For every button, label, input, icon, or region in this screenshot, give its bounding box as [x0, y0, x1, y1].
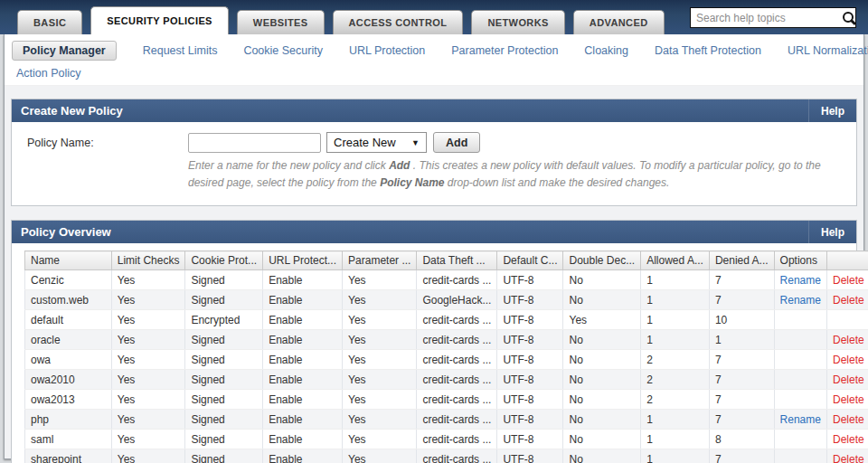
cell-cookie-protection: Signed: [185, 330, 263, 350]
create-new-policy-body: Policy Name: Create New ▼ Add Enter a na…: [12, 122, 856, 205]
tab-websites[interactable]: WEBSITES: [237, 10, 325, 34]
cell-delete: Delete: [826, 290, 868, 310]
cell-data-theft: credit-cards ...: [417, 430, 497, 449]
subnav-item-policy-manager[interactable]: Policy Manager: [12, 41, 117, 61]
subnav-item-parameter-protection[interactable]: Parameter Protection: [451, 44, 558, 57]
cell-denied: 1: [709, 330, 774, 350]
delete-link[interactable]: Delete: [833, 354, 864, 366]
cell-cookie-protection: Encrypted: [185, 310, 263, 330]
subnav-item-action-policy[interactable]: Action Policy: [16, 67, 81, 80]
cell-limit-checks: Yes: [111, 430, 185, 449]
tab-strip: BASICSECURITY POLICIESWEBSITESACCESS CON…: [17, 6, 673, 34]
cell-double-decode: No: [563, 390, 641, 410]
tab-access-control[interactable]: ACCESS CONTROL: [333, 10, 464, 34]
tab-security-policies[interactable]: SECURITY POLICIES: [90, 6, 229, 34]
delete-link[interactable]: Delete: [833, 413, 864, 426]
table-row-default: defaultYesEncryptedEnableYescredit-cards…: [25, 310, 868, 330]
cell-parameter-protection: Yes: [343, 330, 417, 350]
helper-text: drop-down list and make the desired chan…: [445, 176, 670, 189]
subnav-row-2: Action Policy: [12, 67, 856, 80]
delete-link[interactable]: Delete: [833, 393, 864, 406]
table-row-custom-web: custom.webYesSignedEnableYesGoogleHack..…: [25, 290, 868, 310]
table-row-php: phpYesSignedEnableYescredit-cards ...UTF…: [25, 410, 868, 430]
cell-url-protection: Enable: [263, 410, 343, 430]
cell-options: [774, 430, 826, 449]
delete-link[interactable]: Delete: [833, 433, 864, 446]
search-icon[interactable]: [842, 11, 856, 25]
cell-denied: 7: [709, 410, 774, 430]
cell-double-decode: No: [563, 330, 641, 350]
policy-overview-section: Policy Overview Help NameLimit ChecksCoo…: [11, 220, 857, 463]
cell-allowed: 2: [641, 370, 710, 390]
helper-text: Enter a name for the new policy and clic…: [188, 159, 389, 172]
cell-delete: Delete: [826, 330, 868, 350]
chevron-down-icon: ▼: [411, 138, 420, 147]
cell-double-decode: No: [563, 270, 641, 290]
cell-parameter-protection: Yes: [343, 390, 417, 410]
subnav-item-request-limits[interactable]: Request Limits: [143, 44, 218, 57]
rename-link[interactable]: Rename: [780, 294, 821, 307]
cell-url-protection: Enable: [263, 430, 343, 449]
create-new-dropdown[interactable]: Create New ▼: [326, 132, 427, 153]
tab-advanced[interactable]: ADVANCED: [573, 10, 665, 34]
cell-data-theft: credit-cards ...: [417, 350, 497, 370]
create-new-policy-section: Create New Policy Help Policy Name: Crea…: [11, 99, 857, 206]
help-button[interactable]: Help: [808, 221, 856, 243]
subnav-item-url-normalization[interactable]: URL Normalization: [788, 44, 868, 57]
search-input[interactable]: [691, 12, 842, 24]
cell-url-protection: Enable: [263, 390, 343, 410]
cell-name: saml: [25, 430, 112, 449]
cell-default-charset: UTF-8: [497, 290, 563, 310]
tab-basic[interactable]: BASIC: [17, 10, 82, 34]
help-search-box[interactable]: [690, 7, 856, 28]
table-header-row: NameLimit ChecksCookie Prot...URL Protec…: [25, 251, 868, 270]
cell-denied: 7: [709, 370, 774, 390]
dropdown-selected-value: Create New: [334, 136, 396, 149]
cell-data-theft: credit-cards ...: [417, 449, 497, 463]
subnav-item-cookie-security[interactable]: Cookie Security: [243, 44, 323, 57]
cell-name: default: [25, 310, 112, 330]
cell-parameter-protection: Yes: [343, 310, 417, 330]
rename-link[interactable]: Rename: [780, 274, 821, 287]
page-frame: Policy ManagerRequest LimitsCookie Secur…: [4, 34, 864, 459]
cell-delete: Delete: [826, 449, 868, 463]
cell-default-charset: UTF-8: [497, 350, 563, 370]
cell-limit-checks: Yes: [111, 449, 185, 463]
cell-data-theft: credit-cards ...: [417, 390, 497, 410]
create-new-policy-header: Create New Policy Help: [12, 99, 856, 122]
delete-link[interactable]: Delete: [833, 373, 864, 386]
cell-default-charset: UTF-8: [497, 430, 563, 449]
cell-double-decode: Yes: [563, 310, 641, 330]
help-button[interactable]: Help: [808, 99, 856, 122]
cell-cookie-protection: Signed: [185, 390, 263, 410]
cell-data-theft: credit-cards ...: [417, 410, 497, 430]
cell-parameter-protection: Yes: [343, 290, 417, 310]
cell-denied: 7: [709, 270, 774, 290]
add-button[interactable]: Add: [433, 132, 480, 153]
rename-link[interactable]: Rename: [780, 413, 821, 426]
subnav-item-url-protection[interactable]: URL Protection: [349, 44, 425, 57]
delete-link[interactable]: Delete: [833, 274, 864, 287]
delete-link[interactable]: Delete: [833, 453, 864, 463]
delete-link[interactable]: Delete: [833, 294, 864, 307]
column-header-cookie-prot: Cookie Prot...: [185, 251, 263, 270]
policy-name-input[interactable]: [188, 133, 321, 153]
cell-parameter-protection: Yes: [343, 370, 417, 390]
cell-allowed: 1: [641, 449, 710, 463]
column-header-parameter: Parameter ...: [343, 251, 417, 270]
cell-name: owa2010: [25, 370, 112, 390]
cell-allowed: 2: [641, 390, 710, 410]
delete-link[interactable]: Delete: [833, 334, 864, 346]
subnav-item-data-theft-protection[interactable]: Data Theft Protection: [655, 44, 761, 57]
cell-url-protection: Enable: [263, 449, 343, 463]
cell-url-protection: Enable: [263, 290, 343, 310]
cell-url-protection: Enable: [263, 330, 343, 350]
tab-networks[interactable]: NETWORKS: [471, 10, 564, 34]
cell-default-charset: UTF-8: [497, 330, 563, 350]
column-header-denied-a: Denied A...: [709, 251, 774, 270]
subnav: Policy ManagerRequest LimitsCookie Secur…: [5, 34, 863, 86]
cell-cookie-protection: Signed: [185, 350, 263, 370]
cell-options: [774, 370, 826, 390]
subnav-item-cloaking[interactable]: Cloaking: [584, 44, 628, 57]
policy-helper-text: Enter a name for the new policy and clic…: [188, 157, 826, 191]
